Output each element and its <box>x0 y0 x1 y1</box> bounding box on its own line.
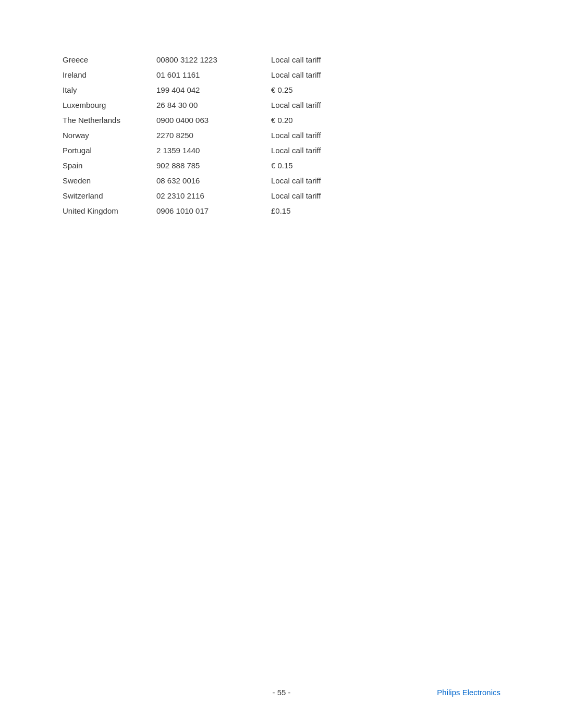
tariff-cell: Local call tariff <box>271 176 375 185</box>
tariff-cell: € 0.25 <box>271 85 375 94</box>
country-cell: Norway <box>63 131 156 140</box>
brand-name: Philips Electronics <box>437 688 500 697</box>
phone-cell: 199 404 042 <box>156 85 271 94</box>
country-cell: Sweden <box>63 176 156 185</box>
tariff-cell: € 0.15 <box>271 161 375 170</box>
table-row: Switzerland02 2310 2116Local call tariff <box>63 188 500 203</box>
table-row: Ireland01 601 1161Local call tariff <box>63 67 500 82</box>
country-cell: Italy <box>63 85 156 94</box>
country-cell: Luxembourg <box>63 101 156 109</box>
phone-cell: 0906 1010 017 <box>156 206 271 215</box>
table-row: Spain902 888 785€ 0.15 <box>63 158 500 173</box>
country-cell: Portugal <box>63 146 156 155</box>
phone-cell: 2270 8250 <box>156 131 271 140</box>
phone-cell: 02 2310 2116 <box>156 191 271 200</box>
country-cell: Switzerland <box>63 191 156 200</box>
tariff-cell: £0.15 <box>271 206 375 215</box>
tariff-cell: Local call tariff <box>271 70 375 79</box>
phone-cell: 2 1359 1440 <box>156 146 271 155</box>
tariff-cell: Local call tariff <box>271 131 375 140</box>
tariff-cell: Local call tariff <box>271 146 375 155</box>
tariff-cell: Local call tariff <box>271 101 375 109</box>
table-row: Greece00800 3122 1223Local call tariff <box>63 52 500 67</box>
phone-cell: 01 601 1161 <box>156 70 271 79</box>
phone-cell: 26 84 30 00 <box>156 101 271 109</box>
tariff-cell: € 0.20 <box>271 116 375 125</box>
table-row: Portugal2 1359 1440Local call tariff <box>63 143 500 158</box>
phone-cell: 08 632 0016 <box>156 176 271 185</box>
page-content: Greece00800 3122 1223Local call tariffIr… <box>0 0 563 260</box>
country-cell: United Kingdom <box>63 206 156 215</box>
country-cell: Greece <box>63 55 156 64</box>
page-footer: - 55 - Philips Electronics <box>0 688 563 697</box>
table-row: Italy199 404 042€ 0.25 <box>63 82 500 97</box>
tariff-cell: Local call tariff <box>271 191 375 200</box>
country-cell: Ireland <box>63 70 156 79</box>
phone-cell: 0900 0400 063 <box>156 116 271 125</box>
phone-cell: 00800 3122 1223 <box>156 55 271 64</box>
table-row: United Kingdom0906 1010 017£0.15 <box>63 203 500 218</box>
table-row: Luxembourg26 84 30 00Local call tariff <box>63 97 500 113</box>
country-cell: Spain <box>63 161 156 170</box>
table-row: Sweden08 632 0016Local call tariff <box>63 173 500 188</box>
contact-table: Greece00800 3122 1223Local call tariffIr… <box>63 52 500 218</box>
table-row: Norway2270 8250Local call tariff <box>63 128 500 143</box>
tariff-cell: Local call tariff <box>271 55 375 64</box>
table-row: The Netherlands0900 0400 063€ 0.20 <box>63 113 500 128</box>
phone-cell: 902 888 785 <box>156 161 271 170</box>
country-cell: The Netherlands <box>63 116 156 125</box>
